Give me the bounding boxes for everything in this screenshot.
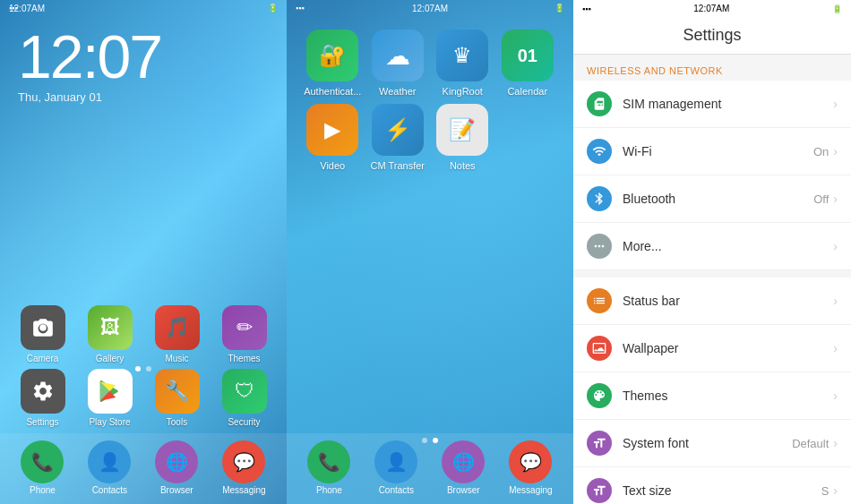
app-tools[interactable]: 🔧 Tools xyxy=(147,369,208,427)
middle-app-weather[interactable]: ☁ Weather xyxy=(366,30,429,97)
app-security[interactable]: 🛡 Security xyxy=(214,369,275,427)
settings-item-more[interactable]: More... › xyxy=(573,223,851,270)
battery-icon: 🔋 xyxy=(268,4,278,13)
middle-dock-browser-icon: 🌐 xyxy=(442,440,485,483)
settings-item-wallpaper[interactable]: Wallpaper › xyxy=(573,325,851,372)
middle-dock-browser[interactable]: 🌐 Browser xyxy=(442,440,485,495)
middle-battery-icon: 🔋 xyxy=(554,4,564,13)
app-gallery[interactable]: 🖼 Gallery xyxy=(80,305,141,363)
settings-item-bluetooth[interactable]: Bluetooth Off › xyxy=(573,175,851,223)
textsize-settings-icon xyxy=(587,478,612,503)
dock-contacts-label: Contacts xyxy=(92,485,127,495)
middle-dock-browser-label: Browser xyxy=(447,485,480,495)
weather-label: Weather xyxy=(379,86,416,97)
dock-contacts[interactable]: 👤 Contacts xyxy=(88,440,131,495)
statusbar-label: Status bar xyxy=(623,294,833,308)
app-settings[interactable]: Settings xyxy=(13,369,73,427)
calendar-icon: 01 xyxy=(502,30,554,81)
middle-dock-messaging-icon: 💬 xyxy=(509,440,552,483)
middle-app-calendar[interactable]: 01 Calendar xyxy=(496,30,559,97)
tools-icon: 🔧 xyxy=(155,369,200,414)
settings-status-time: 12:07AM xyxy=(693,4,729,13)
settings-item-wifi[interactable]: Wi-Fi On › xyxy=(573,128,851,175)
middle-dock-contacts[interactable]: 👤 Contacts xyxy=(374,440,417,495)
sim-chevron: › xyxy=(833,97,838,111)
middle-app-notes[interactable]: 📝 Notes xyxy=(431,104,494,171)
settings-app-icon xyxy=(21,369,65,414)
middle-panel: ▪▪▪ 12:07AM 🔋 🔐 Authenticat... ☁ Weather… xyxy=(287,0,573,504)
calendar-label: Calendar xyxy=(507,86,547,97)
kingroot-label: KingRoot xyxy=(443,86,483,97)
cm-icon: ⚡ xyxy=(372,104,424,156)
clock-area: 12:07 Thu, January 01 xyxy=(0,17,287,113)
dock: 📞 Phone 👤 Contacts 🌐 Browser 💬 Messaging xyxy=(0,433,287,504)
bluetooth-value: Off xyxy=(813,192,829,206)
dock-messaging-icon: 💬 xyxy=(222,440,265,483)
music-icon: 🎵 xyxy=(155,305,200,350)
weather-icon: ☁ xyxy=(372,30,424,81)
settings-item-font[interactable]: System font Default › xyxy=(573,420,851,467)
themes-icon: ✏ xyxy=(222,305,267,350)
dock-browser[interactable]: 🌐 Browser xyxy=(155,440,198,495)
left-status-icons-right: 🔋 xyxy=(268,4,278,13)
statusbar-chevron: › xyxy=(833,294,838,308)
settings-title: Settings xyxy=(683,26,741,44)
settings-item-sim[interactable]: SIM management › xyxy=(573,81,851,128)
wallpaper-label: Wallpaper xyxy=(623,341,833,355)
middle-app-row-2: ▶ Video ⚡ CM Transfer 📝 Notes xyxy=(300,104,560,171)
signal-icon: ▪▪▪ xyxy=(9,4,18,13)
settings-item-textsize[interactable]: Text size S › xyxy=(573,467,851,504)
cm-label: CM Transfer xyxy=(370,160,425,171)
themes-label: Themes xyxy=(228,354,260,363)
middle-app-video[interactable]: ▶ Video xyxy=(301,104,364,171)
settings-status-bar: ▪▪▪ 12:07AM 🔋 xyxy=(573,0,851,17)
settings-item-statusbar[interactable]: Status bar › xyxy=(573,278,851,325)
middle-dock-contacts-label: Contacts xyxy=(379,485,414,495)
notes-icon: 📝 xyxy=(436,104,488,156)
middle-apps: 🔐 Authenticat... ☁ Weather ♛ KingRoot 01… xyxy=(287,16,573,171)
tools-label: Tools xyxy=(167,417,187,427)
middle-app-kingroot[interactable]: ♛ KingRoot xyxy=(431,30,494,97)
playstore-icon xyxy=(88,369,133,414)
dock-browser-label: Browser xyxy=(160,485,193,495)
empty-slot xyxy=(502,104,554,156)
page-dots xyxy=(135,366,151,372)
dot-1 xyxy=(135,366,141,372)
font-label: System font xyxy=(623,436,792,450)
wallpaper-settings-icon xyxy=(587,336,612,361)
middle-dock-phone-icon: 📞 xyxy=(307,440,350,483)
middle-dock-phone[interactable]: 📞 Phone xyxy=(307,440,350,495)
statusbar-settings-icon xyxy=(587,288,612,313)
app-playstore[interactable]: Play Store xyxy=(80,369,141,427)
middle-app-cm[interactable]: ⚡ CM Transfer xyxy=(366,104,429,171)
settings-item-themes[interactable]: Themes › xyxy=(573,372,851,420)
themes-settings-icon xyxy=(587,383,612,408)
dock-phone-icon: 📞 xyxy=(21,440,64,483)
wifi-chevron: › xyxy=(833,144,838,158)
more-label: More... xyxy=(623,239,833,253)
video-icon: ▶ xyxy=(306,104,358,156)
settings-status-signal: ▪▪▪ xyxy=(582,4,591,13)
middle-dock-messaging[interactable]: 💬 Messaging xyxy=(509,440,552,495)
middle-app-row-1: 🔐 Authenticat... ☁ Weather ♛ KingRoot 01… xyxy=(300,30,560,97)
middle-dock-phone-label: Phone xyxy=(316,485,342,495)
settings-divider-1 xyxy=(573,270,851,278)
music-label: Music xyxy=(165,354,188,363)
wallpaper-chevron: › xyxy=(833,341,838,355)
more-chevron: › xyxy=(833,239,838,253)
dock-phone-label: Phone xyxy=(30,485,56,495)
more-icon xyxy=(587,234,612,259)
svg-point-0 xyxy=(39,324,47,331)
dock-contacts-icon: 👤 xyxy=(88,440,131,483)
middle-status-time: 12:07AM xyxy=(412,4,448,13)
dock-phone[interactable]: 📞 Phone xyxy=(21,440,64,495)
wifi-label: Wi-Fi xyxy=(623,144,813,158)
middle-app-auth[interactable]: 🔐 Authenticat... xyxy=(301,30,364,97)
dock-messaging[interactable]: 💬 Messaging xyxy=(222,440,265,495)
app-music[interactable]: 🎵 Music xyxy=(147,305,208,363)
app-camera[interactable]: Camera xyxy=(13,305,73,363)
app-themes[interactable]: ✏ Themes xyxy=(214,305,275,363)
themes-settings-chevron: › xyxy=(833,389,838,403)
bluetooth-icon xyxy=(587,186,612,211)
security-label: Security xyxy=(228,417,260,427)
